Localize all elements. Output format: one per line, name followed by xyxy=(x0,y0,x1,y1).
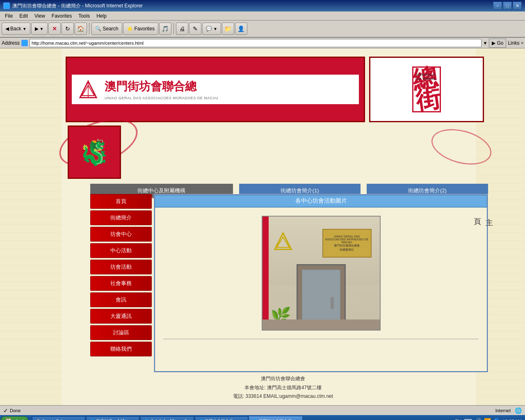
taskbar-task-3[interactable]: 🌐 澳門坊會联合总... xyxy=(195,416,248,420)
sidebar-btn-center[interactable]: 坊會中心 xyxy=(90,227,152,242)
home-icon: 🏠 xyxy=(77,25,84,32)
sidebar-btn-activity[interactable]: 中心活動 xyxy=(90,243,152,258)
search-icon: 🔍 xyxy=(95,26,101,32)
back-arrow-icon: ◀ xyxy=(5,26,9,32)
task-3-label: 澳門坊會联合总... xyxy=(205,418,237,420)
dragon-box: 🐉 xyxy=(68,126,121,179)
sidebar-btn-contact[interactable]: 聯絡我們 xyxy=(90,342,152,356)
folder-button[interactable]: 📁 xyxy=(222,23,234,35)
sidebar-btn-home[interactable]: 首頁 xyxy=(90,194,152,209)
sidebar-btn-social[interactable]: 社會事務 xyxy=(90,276,152,291)
title-bar: 🌐 澳門街坊會聯合總會 - 街總簡介 - Microsoft Internet … xyxy=(0,0,525,11)
back-dropdown-icon[interactable]: ▼ xyxy=(23,27,27,31)
sidebar-btn-news[interactable]: 會訊 xyxy=(90,292,152,307)
menu-help[interactable]: Help xyxy=(93,12,110,20)
taskbar-task-4[interactable]: 🌐 澳門街坊會聯合總... xyxy=(249,416,302,420)
toolbar-separator-2 xyxy=(173,23,174,34)
user-icon: 👤 xyxy=(237,25,244,32)
org-name-zh: 澳門街坊會聯合總 xyxy=(105,79,218,94)
media-icon: 🎵 xyxy=(162,25,169,32)
back-button[interactable]: ◀ Back ▼ xyxy=(2,23,30,35)
ie-icon: 🌐 xyxy=(3,2,10,9)
menu-view[interactable]: View xyxy=(31,12,48,20)
site-footer: 澳門街坊會聯合總會 本會地址: 澳門高士德馬路47號二樓 電話: 333614 … xyxy=(82,374,484,401)
welcome-content: 總 街 Welcome to Our Website xyxy=(414,68,439,110)
user-button[interactable]: 👤 xyxy=(235,23,247,35)
title-bar-buttons: − □ ✕ xyxy=(493,2,522,10)
keyboard-icon: ⌨ xyxy=(464,418,472,420)
close-button[interactable]: ✕ xyxy=(513,2,522,10)
go-label: Go xyxy=(497,40,503,46)
photo-container: UNIAO GERAL DAS ASSOCIACOES MORADOES DE … xyxy=(262,216,381,331)
folder-icon: 📁 xyxy=(224,25,231,32)
zone-label: Internet xyxy=(495,408,511,413)
menu-bar: File Edit View Favorites Tools Help xyxy=(0,11,525,21)
wall-logo xyxy=(273,231,293,251)
media-button[interactable]: 🎵 xyxy=(159,23,171,35)
start-button[interactable]: 🪟 start xyxy=(1,416,28,420)
network-icon: 🔊 xyxy=(475,418,482,420)
org-name-sub: UNIAO GERAL DAS ASSOCIACOES MORADOES DE … xyxy=(105,96,218,100)
menu-favorites[interactable]: Favorites xyxy=(48,12,75,20)
status-left: ✓ Done xyxy=(3,407,21,414)
page-icon: 🌐 xyxy=(21,40,28,46)
sidebar-btn-intro[interactable]: 街總簡介 xyxy=(90,210,152,225)
search-button[interactable]: 🔍 Search xyxy=(91,23,122,35)
sign-text: UNIAO GERAL DAS ASSOCIACOES MORADOES DE … xyxy=(325,235,369,252)
taskbar-task-2[interactable]: 🌐 个人中心 - Microsoft... xyxy=(140,416,194,420)
logo-text-block: 澳門街坊會聯合總 UNIAO GERAL DAS ASSOCIACOES MOR… xyxy=(105,79,218,100)
menu-file[interactable]: File xyxy=(2,12,16,20)
footer-line-2: 本會地址: 澳門高士德馬路47號二樓 xyxy=(82,383,484,393)
menu-edit[interactable]: Edit xyxy=(16,12,31,20)
tools-button[interactable]: 💬 ▼ xyxy=(202,23,221,35)
favorites-button[interactable]: ⭐ Favorites xyxy=(123,23,158,35)
tools-dropdown-icon[interactable]: ▼ xyxy=(213,27,217,31)
sidebar-btn-assoc-activity[interactable]: 坊會活動 xyxy=(90,260,152,274)
forward-button[interactable]: ▶ ▼ xyxy=(31,23,48,35)
minimize-button[interactable]: − xyxy=(493,2,502,10)
sidebar-btn-bulletin[interactable]: 大廈通訊 xyxy=(90,309,152,324)
status-text: Done xyxy=(10,408,21,413)
go-button[interactable]: ▶ Go xyxy=(489,39,506,48)
edit-button[interactable]: ✎ xyxy=(189,23,201,35)
task-1-label: 百度知道－全球... xyxy=(96,418,128,420)
red-left-bar xyxy=(262,217,269,330)
taskbar-separator xyxy=(30,417,30,420)
address-label: Address xyxy=(2,40,20,46)
maximize-button[interactable]: □ xyxy=(503,2,512,10)
address-bar: Address 🌐 ▼ ▶ Go Links » xyxy=(0,38,525,48)
stop-button[interactable]: ✕ xyxy=(48,23,61,35)
panel-header: 各中心坊會活動圖片 xyxy=(155,195,487,208)
left-decorative-strip xyxy=(0,48,62,405)
window-title: 澳門街坊會聯合總會 - 街總簡介 - Microsoft Internet Ex… xyxy=(12,2,143,9)
main-panel: 各中心坊會活動圖片 UNIAO GERAL DAS ASSOCIACOES MO… xyxy=(154,194,488,372)
title-bar-left: 🌐 澳門街坊會聯合總會 - 街總簡介 - Microsoft Internet … xyxy=(3,2,143,9)
status-right: Internet 🌐 xyxy=(495,407,522,414)
menu-tools[interactable]: Tools xyxy=(75,12,93,20)
welcome-text-en: Welcome to Our Website xyxy=(414,73,436,81)
taskbar-task-1[interactable]: 🌐 百度知道－全球... xyxy=(86,416,139,420)
panel-content: UNIAO GERAL DAS ASSOCIACOES MORADOES DE … xyxy=(155,208,487,339)
taskbar: 🪟 start 💬 Google Talk 🌐 百度知道－全球... 🌐 个人中… xyxy=(0,415,525,420)
browser-content: 澳門街坊會聯合總 UNIAO GERAL DAS ASSOCIACOES MOR… xyxy=(0,48,525,405)
taskbar-right: EN ⌨ 🔊 📶 🔵 10:27 AM xyxy=(452,415,524,420)
print-button[interactable]: 🖨 xyxy=(176,23,188,35)
refresh-icon: ↻ xyxy=(65,25,70,32)
address-input[interactable] xyxy=(30,39,481,47)
welcome-box: 總 街 Welcome to Our Website xyxy=(369,57,484,122)
left-sidebar: 首頁 街總簡介 坊會中心 中心活動 坊會活動 社會事務 會訊 大廈通訊 討論區 … xyxy=(90,194,152,356)
links-label[interactable]: Links xyxy=(508,40,519,46)
toolbar: ◀ Back ▼ ▶ ▼ ✕ ↻ 🏠 🔍 Search ⭐ Favorites … xyxy=(0,21,525,38)
sidebar-btn-forum[interactable]: 討論區 xyxy=(90,325,152,340)
dropdown-arrow-icon[interactable]: ▼ xyxy=(483,41,488,46)
search-label: Search xyxy=(103,26,119,32)
welcome-inner: 總 街 Welcome to Our Website xyxy=(370,58,483,121)
home-button[interactable]: 🏠 xyxy=(75,23,87,35)
logo-inner: 澳門街坊會聯合總 UNIAO GERAL DAS ASSOCIACOES MOR… xyxy=(71,74,360,105)
refresh-button[interactable]: ↻ xyxy=(62,23,74,35)
discuss-icon: 💬 xyxy=(206,26,212,32)
door-glass xyxy=(302,269,340,324)
forward-dropdown-icon[interactable]: ▼ xyxy=(40,27,44,31)
taskbar-task-0[interactable]: 💬 Google Talk xyxy=(32,416,85,420)
globe-icon: 🌐 xyxy=(515,407,522,414)
